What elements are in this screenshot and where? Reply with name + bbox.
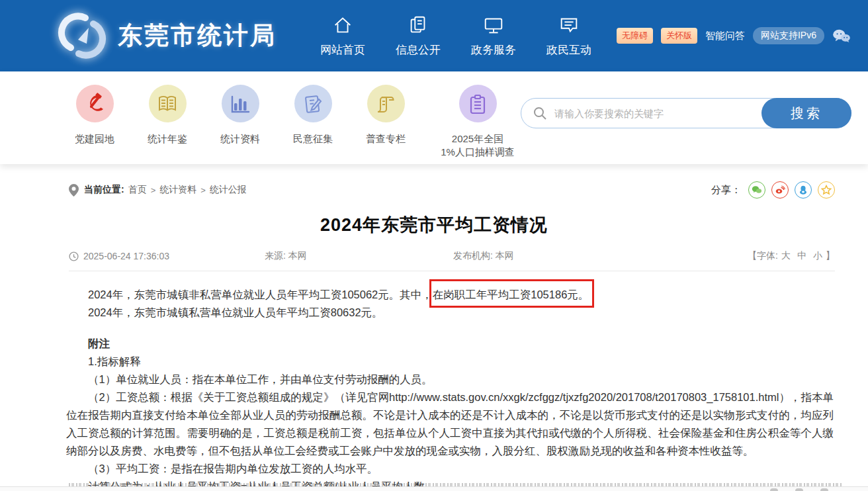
highlight-box: 在岗职工年平均工资105186元。: [433, 289, 589, 300]
quick-link-label: 普查专栏: [366, 132, 406, 146]
nav-item-interaction[interactable]: 政民互动: [546, 14, 591, 58]
site-header: 东莞市统计局 网站首页 信息公开: [0, 0, 868, 71]
publisher-label: 发布机构: 本网: [453, 250, 748, 262]
quick-link-label: 民意征集: [293, 132, 333, 146]
census-icon: [367, 85, 405, 122]
breadcrumb-separator: >: [151, 185, 156, 195]
paragraph-wages-nonprivate: 2024年，东莞市城镇非私营单位就业人员年平均工资105062元。其中，在岗职工…: [66, 286, 834, 304]
care-version-button[interactable]: 关怀版: [661, 28, 697, 44]
nav-label: 政民互动: [546, 42, 591, 58]
article-meta: 2025-06-24 17:36:03 来源: 本网 发布机构: 本网 【字体:…: [69, 250, 835, 271]
article-title: 2024年东莞市平均工资情况: [0, 213, 868, 237]
quick-link-label: 统计资料: [220, 132, 260, 146]
share-qq-icon[interactable]: [795, 181, 812, 199]
accessibility-button[interactable]: 无障碍: [617, 28, 653, 44]
partial-icon: [770, 488, 778, 491]
font-size-small-button[interactable]: 小: [813, 250, 822, 262]
home-icon: [331, 14, 354, 36]
highlighted-text: 在岗职工年平均工资105186元。: [433, 289, 589, 300]
quick-link-label: 党建园地: [75, 132, 114, 146]
opinion-icon: [294, 85, 332, 122]
note-item-3: （3）平均工资：是指在报告期内单位发放工资的人均水平。: [66, 460, 834, 478]
note-item-1: （1）单位就业人员：指在本单位工作，并由单位支付劳动报酬的人员。: [66, 371, 834, 388]
ipv6-badge: 网站支持IPv6: [753, 27, 824, 44]
font-control-open: 【字体:: [748, 250, 778, 262]
site-title: 东莞市统计局: [118, 19, 277, 52]
smart-qa-link[interactable]: 智能问答: [705, 30, 745, 42]
quick-link-band: 党建园地 统计年鉴: [0, 71, 868, 164]
notes-heading: 附注: [66, 335, 834, 353]
wechat-icon[interactable]: [832, 28, 851, 43]
nav-item-gov-services[interactable]: 政务服务: [471, 14, 516, 58]
page: 东莞市统计局 网站首页 信息公开: [0, 0, 868, 491]
header-utilities: 无障碍 关怀版 智能问答 网站支持IPv6: [617, 27, 851, 44]
statistics-icon: [222, 85, 259, 122]
article-body: 2024年，东莞市城镇非私营单位就业人员年平均工资105062元。其中，在岗职工…: [0, 271, 868, 491]
nav-label: 政务服务: [471, 42, 516, 58]
quick-link-sampling-survey[interactable]: 2025年全国1%人口抽样调查: [422, 85, 533, 159]
sampling-survey-icon: [459, 85, 497, 122]
quick-link-label: 2025年全国1%人口抽样调查: [441, 132, 515, 159]
search-bar: 搜索: [521, 98, 851, 128]
publish-date: 2025-06-24 17:36:03: [69, 251, 265, 261]
notes-group-title: 1.指标解释: [66, 353, 834, 371]
note-item-2: （2）工资总额：根据《关于工资总额组成的规定》（详见官网http://www.s…: [66, 388, 834, 460]
main-nav: 网站首页 信息公开 政务服务: [320, 14, 591, 58]
source-label: 来源: 本网: [265, 250, 453, 262]
location-pin-icon: [69, 184, 79, 197]
breadcrumb-separator: >: [200, 185, 206, 195]
search-icon: [533, 107, 546, 120]
breadcrumb-bulletin[interactable]: 统计公报: [210, 184, 247, 196]
interaction-icon: [558, 14, 580, 36]
info-disclosure-icon: [407, 14, 429, 36]
gov-services-icon: [482, 14, 505, 36]
breadcrumb-home[interactable]: 首页: [128, 184, 147, 196]
bottom-strip: [0, 486, 868, 491]
party-emblem-icon: [76, 85, 114, 122]
yearbook-icon: [149, 85, 187, 122]
nav-label: 网站首页: [320, 42, 365, 58]
share-wechat-icon[interactable]: [748, 181, 765, 199]
quick-link-statistics[interactable]: 统计资料: [204, 85, 277, 159]
font-size-control: 【字体: 大 中 小 】: [748, 250, 835, 262]
quick-link-opinion[interactable]: 民意征集: [277, 85, 349, 159]
partial-icon: [795, 488, 803, 491]
quick-link-yearbook[interactable]: 统计年鉴: [131, 85, 204, 159]
quick-link-census[interactable]: 普查专栏: [349, 85, 422, 159]
clock-icon: [69, 251, 79, 261]
share-qzone-icon[interactable]: [818, 181, 835, 199]
paragraph-wages-private: 2024年，东莞市城镇私营单位就业人员年平均工资80632元。: [66, 304, 834, 322]
partial-icon: [820, 488, 828, 491]
font-size-medium-button[interactable]: 中: [797, 250, 806, 262]
share-weibo-icon[interactable]: [771, 181, 789, 199]
quick-link-label: 统计年鉴: [148, 132, 187, 146]
breadcrumb-row: 当前位置: 首页 > 统计资料 > 统计公报 分享：: [69, 181, 835, 199]
share-label: 分享：: [711, 184, 741, 197]
quick-link-party-building[interactable]: 党建园地: [58, 85, 131, 159]
breadcrumb-prefix: 当前位置:: [84, 184, 124, 196]
nav-item-info-disclosure[interactable]: 信息公开: [396, 14, 441, 58]
breadcrumb-statistics[interactable]: 统计资料: [159, 184, 196, 196]
font-control-close: 】: [826, 250, 835, 262]
nav-label: 信息公开: [396, 42, 441, 58]
site-logo-icon: [57, 11, 107, 61]
nav-item-home[interactable]: 网站首页: [320, 14, 365, 58]
share-bar: 分享：: [711, 181, 835, 199]
search-button[interactable]: 搜索: [761, 98, 851, 128]
font-size-large-button[interactable]: 大: [781, 250, 791, 262]
publish-date-text: 2025-06-24 17:36:03: [83, 251, 169, 261]
